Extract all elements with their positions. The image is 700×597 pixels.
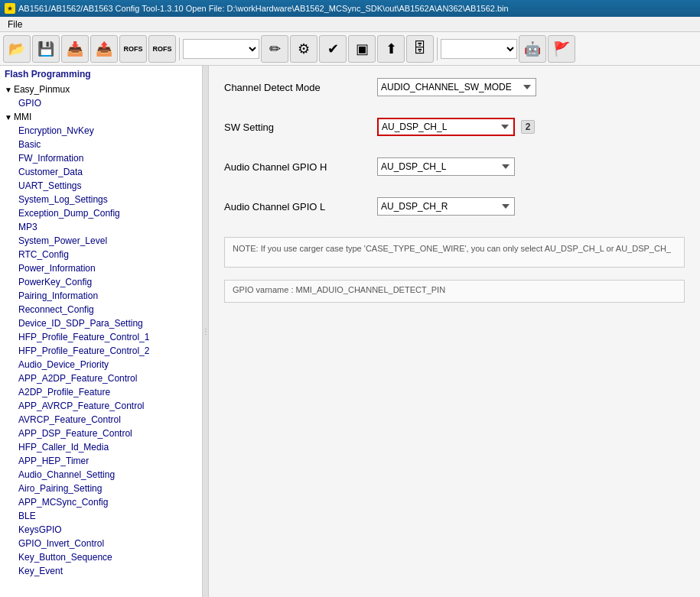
sidebar-item-hfp-profile-2[interactable]: HFP_Profile_Feature_Control_2 [0,344,202,358]
main-area: Flash Programming ▼ Easy_Pinmux GPIO ▼ M… [0,66,700,597]
open-folder-btn[interactable]: 📂 [3,35,31,63]
settings-btn[interactable]: ⚙ [290,35,317,63]
sidebar-item-audio-device-priority[interactable]: Audio_Device_Priority [0,358,202,372]
easy-pinmux-arrow: ▼ [5,86,12,94]
sidebar-item-airo-pairing-setting[interactable]: Airo_Pairing_Setting [0,482,202,495]
android-btn[interactable]: 🤖 [519,35,546,63]
app-icon: ★ [5,3,15,14]
check-btn[interactable]: ✔ [319,35,347,63]
flag-btn[interactable]: 🚩 [548,35,575,63]
toolbar-dropdown1[interactable] [183,39,259,59]
sidebar-item-encryption-nvkey[interactable]: Encryption_NvKey [0,124,202,138]
toolbar-dropdown2[interactable] [441,39,517,59]
sidebar-item-hfp-profile-1[interactable]: HFP_Profile_Feature_Control_1 [0,330,202,344]
sw-setting-row: SW Setting AU_DSP_CH_L AU_DSP_CH_R AU_DS… [224,118,685,136]
audio-channel-gpio-l-label: Audio Channel GPIO L [224,201,377,213]
audio-channel-gpio-h-row: Audio Channel GPIO H AU_DSP_CH_L AU_DSP_… [224,157,685,176]
pen-btn[interactable]: ✏ [261,35,288,63]
sidebar-item-app-dsp[interactable]: APP_DSP_Feature_Control [0,427,202,440]
save-btn[interactable]: 💾 [32,35,60,63]
gpio-varname-text: GPIO varname : MMI_ADUIO_CHANNEL_DETECT_… [233,285,445,294]
menu-file[interactable]: File [3,18,27,31]
note-box: NOTE: If you use carger case type 'CASE_… [224,237,685,268]
sidebar-item-gpio-invert-control[interactable]: GPIO_Invert_Control [0,537,202,550]
sidebar-item-uart-settings[interactable]: UART_Settings [0,179,202,193]
mmi-label: MMI [14,112,31,122]
sidebar-item-a2dp-profile[interactable]: A2DP_Profile_Feature [0,385,202,399]
sidebar-item-mp3[interactable]: MP3 [0,220,202,234]
rofs2-btn[interactable]: ROFS [148,35,176,63]
toolbar: 📂 💾 📥 📤 ROFS ROFS ✏ ⚙ ✔ ▣ ⬆ 🗄 🤖 🚩 [0,32,700,66]
title-bar: ★ AB1561/AB1562/AB1563 Config Tool-1.3.1… [0,0,700,17]
sidebar-item-easy-pinmux[interactable]: ▼ Easy_Pinmux [0,83,202,96]
sidebar-item-system-log-settings[interactable]: System_Log_Settings [0,193,202,206]
sidebar-item-fw-information[interactable]: FW_Information [0,151,202,165]
sidebar-item-customer-data[interactable]: Customer_Data [0,165,202,179]
channel-detect-mode-select[interactable]: AUDIO_CHANNEL_SW_MODE AUDIO_CHANNEL_GPIO… [377,78,536,96]
sidebar-item-app-mcsync-config[interactable]: APP_MCSync_Config [0,495,202,509]
sidebar-item-hfp-caller-id[interactable]: HFP_Caller_Id_Media [0,440,202,454]
sidebar-item-ble[interactable]: BLE [0,509,202,523]
export-btn[interactable]: 📤 [90,35,118,63]
sidebar-item-pairing-information[interactable]: Pairing_Information [0,289,202,303]
sidebar-item-mmi[interactable]: ▼ MMI [0,110,202,124]
channel-detect-mode-label: Channel Detect Mode [224,82,377,93]
note-text: NOTE: If you use carger case type 'CASE_… [233,244,671,253]
rofs1-btn[interactable]: ROFS [119,35,147,63]
sw-setting-badge: 2 [521,120,535,134]
sidebar-item-app-avrcp[interactable]: APP_AVRCP_Feature_Control [0,399,202,413]
sidebar-item-exception-dump-config[interactable]: Exception_Dump_Config [0,206,202,220]
sidebar-item-system-power-level[interactable]: System_Power_Level [0,234,202,248]
sw-setting-control: AU_DSP_CH_L AU_DSP_CH_R AU_DSP_CH_STEREO… [377,118,535,136]
mmi-arrow: ▼ [5,113,12,122]
audio-channel-gpio-h-select[interactable]: AU_DSP_CH_L AU_DSP_CH_R [377,157,515,176]
import-btn[interactable]: 📥 [61,35,89,63]
title-text: AB1561/AB1562/AB1563 Config Tool-1.3.10 … [18,4,509,13]
sidebar-item-avrcp-feature[interactable]: AVRCP_Feature_Control [0,413,202,427]
sidebar-item-reconnect-config[interactable]: Reconnect_Config [0,303,202,316]
separator1 [179,37,180,60]
sidebar: Flash Programming ▼ Easy_Pinmux GPIO ▼ M… [0,66,203,597]
flash-programming-label[interactable]: Flash Programming [0,66,202,83]
sidebar-item-rtc-config[interactable]: RTC_Config [0,248,202,261]
channel-detect-mode-row: Channel Detect Mode AUDIO_CHANNEL_SW_MOD… [224,78,685,96]
content-panel: Channel Detect Mode AUDIO_CHANNEL_SW_MOD… [209,66,700,597]
audio-channel-gpio-l-row: Audio Channel GPIO L AU_DSP_CH_L AU_DSP_… [224,197,685,216]
chip-btn[interactable]: ▣ [348,35,376,63]
separator2 [437,37,438,60]
audio-channel-gpio-h-control: AU_DSP_CH_L AU_DSP_CH_R [377,157,515,176]
sw-setting-select[interactable]: AU_DSP_CH_L AU_DSP_CH_R AU_DSP_CH_STEREO [377,118,515,136]
resize-handle[interactable]: ⋮ [203,66,209,597]
sidebar-item-app-a2dp[interactable]: APP_A2DP_Feature_Control [0,372,202,385]
upload-btn[interactable]: ⬆ [377,35,405,63]
db-btn[interactable]: 🗄 [406,35,434,63]
sidebar-item-app-hep-timer[interactable]: APP_HEP_Timer [0,454,202,468]
audio-channel-gpio-l-select[interactable]: AU_DSP_CH_L AU_DSP_CH_R [377,197,515,216]
sidebar-item-audio-channel-setting[interactable]: Audio_Channel_Setting [0,468,202,482]
sidebar-item-key-button-sequence[interactable]: Key_Button_Sequence [0,550,202,564]
channel-detect-mode-control: AUDIO_CHANNEL_SW_MODE AUDIO_CHANNEL_GPIO… [377,78,536,96]
audio-channel-gpio-l-control: AU_DSP_CH_L AU_DSP_CH_R [377,197,515,216]
sidebar-item-basic[interactable]: Basic [0,138,202,151]
audio-channel-gpio-h-label: Audio Channel GPIO H [224,161,377,173]
menu-bar: File [0,17,700,32]
sidebar-item-keys-gpio[interactable]: KeysGPIO [0,523,202,537]
sidebar-item-gpio[interactable]: GPIO [0,96,202,110]
gpio-varname-box: GPIO varname : MMI_ADUIO_CHANNEL_DETECT_… [224,280,685,303]
sw-setting-label: SW Setting [224,122,377,133]
sidebar-item-device-id-sdp[interactable]: Device_ID_SDP_Para_Setting [0,316,202,330]
sidebar-item-key-event[interactable]: Key_Event [0,564,202,578]
easy-pinmux-label: Easy_Pinmux [14,84,70,95]
sidebar-item-powerkey-config[interactable]: PowerKey_Config [0,275,202,289]
sidebar-item-power-information[interactable]: Power_Information [0,261,202,275]
